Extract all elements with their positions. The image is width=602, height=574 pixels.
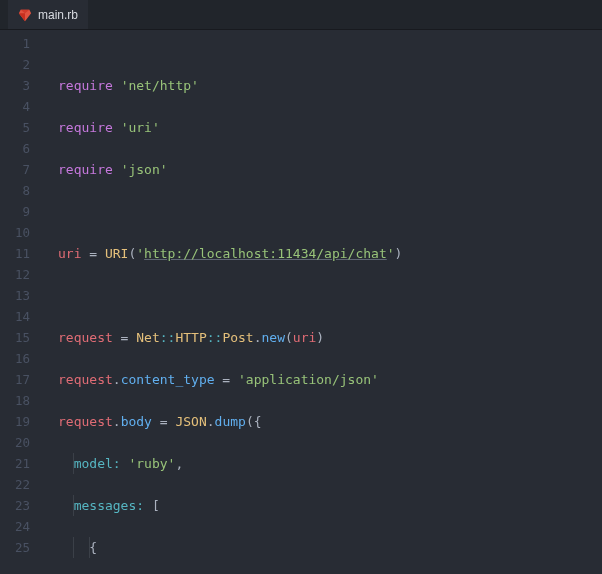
line-number: 23 (0, 495, 40, 516)
line-number: 19 (0, 411, 40, 432)
line-number: 12 (0, 264, 40, 285)
tab-label: main.rb (38, 8, 78, 22)
line-number: 25 (0, 537, 40, 558)
line-number: 21 (0, 453, 40, 474)
line-number: 17 (0, 369, 40, 390)
line-number: 3 (0, 75, 40, 96)
line-number: 7 (0, 159, 40, 180)
line-number: 4 (0, 96, 40, 117)
line-number: 2 (0, 54, 40, 75)
line-number: 10 (0, 222, 40, 243)
line-number: 24 (0, 516, 40, 537)
line-number: 15 (0, 327, 40, 348)
line-number: 14 (0, 306, 40, 327)
tab-main-rb[interactable]: main.rb (8, 0, 88, 29)
line-number: 8 (0, 180, 40, 201)
line-number: 5 (0, 117, 40, 138)
svg-marker-2 (19, 13, 25, 21)
line-number: 18 (0, 390, 40, 411)
line-number: 6 (0, 138, 40, 159)
line-number: 20 (0, 432, 40, 453)
line-number: 22 (0, 474, 40, 495)
code-editor[interactable]: 1234567891011121314151617181920212223242… (0, 30, 602, 574)
line-number: 1 (0, 33, 40, 54)
tab-bar: main.rb (0, 0, 602, 30)
line-number: 11 (0, 243, 40, 264)
line-number-gutter: 1234567891011121314151617181920212223242… (0, 30, 40, 574)
code-area[interactable]: require 'net/http' require 'uri' require… (40, 30, 602, 574)
ruby-icon (18, 8, 32, 22)
line-number: 13 (0, 285, 40, 306)
line-number: 16 (0, 348, 40, 369)
line-number: 9 (0, 201, 40, 222)
